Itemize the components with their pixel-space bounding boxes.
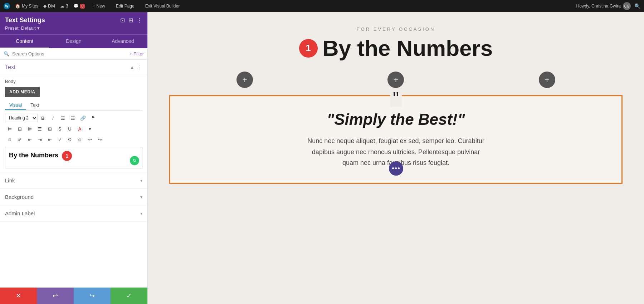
align-justify-button[interactable]: ☰: [35, 124, 44, 133]
tab-advanced[interactable]: Advanced: [98, 35, 147, 48]
comments-menu[interactable]: ☁ 3: [60, 4, 68, 9]
add-column-1-button[interactable]: +: [236, 72, 253, 88]
align-left-button[interactable]: ⊨: [5, 124, 14, 133]
redo-toolbar-button[interactable]: ↪: [95, 135, 104, 144]
section-label: FOR EVERY OCCASION: [155, 26, 637, 32]
sync-icon: ↻: [130, 156, 139, 165]
divi-icon: ◆: [43, 4, 47, 9]
blockquote-button[interactable]: ❝: [88, 113, 98, 123]
admin-label-section: Admin Label ▾: [0, 205, 147, 222]
superscript-button[interactable]: x²: [15, 135, 24, 144]
filter-button[interactable]: + Filter: [130, 51, 144, 57]
italic-button[interactable]: I: [48, 113, 58, 123]
save-button[interactable]: ✓: [111, 288, 147, 304]
my-sites-menu[interactable]: 🏠 My Sites: [15, 4, 38, 9]
collapse-icon[interactable]: ▲: [130, 64, 135, 70]
underline-button[interactable]: U: [65, 124, 74, 133]
visual-tab[interactable]: Visual: [5, 100, 26, 110]
background-section-header[interactable]: Background ▾: [0, 189, 147, 205]
search-icon: 🔍: [4, 51, 9, 57]
special-char-icon[interactable]: ⊡: [5, 135, 14, 144]
divi-menu[interactable]: ◆ Divi: [43, 4, 55, 9]
bottom-actions: ✕ ↩ ↪ ✓: [0, 288, 147, 304]
cancel-button[interactable]: ✕: [0, 288, 37, 304]
fullscreen-button[interactable]: ⤢: [55, 135, 64, 144]
outdent2-button[interactable]: ⇤: [45, 135, 54, 144]
page-wrapper: FOR EVERY OCCASION 1 By the Numbers + + …: [148, 12, 644, 198]
dot-3: [398, 167, 400, 169]
search-bar: 🔍 + Filter: [0, 48, 147, 60]
page-heading: 1 By the Numbers: [155, 35, 637, 61]
section-more-icon[interactable]: ⋮: [137, 64, 142, 70]
toolbar-row-1: Heading 2 Paragraph Heading 1 Heading 3 …: [5, 113, 142, 123]
expand-icon[interactable]: ⊞: [128, 17, 133, 24]
panel-preset[interactable]: Preset: Default: [5, 25, 142, 31]
align-center-button[interactable]: ⊟: [15, 124, 24, 133]
undo-toolbar-button[interactable]: ↩: [85, 135, 94, 144]
table-button[interactable]: ⊞: [45, 124, 54, 133]
link-button[interactable]: 🔗: [78, 113, 88, 123]
tab-design[interactable]: Design: [49, 35, 98, 48]
text-color-button[interactable]: A: [75, 124, 84, 133]
comment-count[interactable]: 💬 0: [73, 4, 85, 9]
add-media-button[interactable]: ADD MEDIA: [5, 87, 40, 97]
tab-content[interactable]: Content: [0, 35, 49, 48]
background-arrow: ▾: [140, 195, 142, 200]
editor-content[interactable]: By the Numbers 1 ↻: [5, 147, 142, 168]
cloud-icon: ☁: [60, 4, 64, 9]
edit-page-button[interactable]: Edit Page: [113, 3, 137, 9]
dot-2: [395, 167, 397, 169]
quote-text: "Simply the Best!": [192, 111, 600, 128]
quote-box: " "Simply the Best!" Nunc nec neque aliq…: [169, 95, 623, 184]
heading-select[interactable]: Heading 2 Paragraph Heading 1 Heading 3: [5, 114, 38, 122]
content-area: FOR EVERY OCCASION 1 By the Numbers + + …: [148, 12, 644, 304]
more-options-float-button[interactable]: [389, 161, 403, 176]
admin-label-section-header[interactable]: Admin Label ▾: [0, 205, 147, 221]
undo-button[interactable]: ↩: [37, 288, 74, 304]
bold-button[interactable]: B: [38, 113, 48, 123]
align-right-button[interactable]: ⊫: [25, 124, 34, 133]
heading-badge: 1: [299, 39, 318, 58]
add-column-2-button[interactable]: +: [387, 72, 404, 88]
link-section-header[interactable]: Link ▾: [0, 172, 147, 188]
left-panel: Text Settings ⊡ ⊞ ⋮ Preset: Default Cont…: [0, 12, 148, 304]
numbered-list-button[interactable]: ☷: [68, 113, 78, 123]
wp-logo[interactable]: W: [4, 3, 10, 9]
wp-icon: W: [4, 3, 10, 9]
more-options-icon[interactable]: ⋮: [137, 17, 142, 24]
editor-tabs: Visual Text: [5, 100, 142, 111]
text-section-header[interactable]: Text ▲ ⋮: [0, 60, 147, 75]
redo-button[interactable]: ↪: [74, 288, 111, 304]
outdent-button[interactable]: ⇤: [25, 135, 34, 144]
indent-button[interactable]: ⇥: [35, 135, 44, 144]
search-input[interactable]: [12, 51, 127, 57]
admin-bar-right: Howdy, Christina Gwira CG 🔍: [576, 2, 640, 10]
body-label: Body: [5, 79, 142, 84]
panel-title: Text Settings: [5, 16, 45, 24]
toolbar: Heading 2 Paragraph Heading 1 Heading 3 …: [5, 113, 142, 144]
emoji-button[interactable]: ☺: [75, 135, 84, 144]
strikethrough-button[interactable]: S: [55, 124, 64, 133]
background-section: Background ▾: [0, 189, 147, 205]
user-greeting[interactable]: Howdy, Christina Gwira CG: [576, 2, 631, 10]
panel-header-icons: ⊡ ⊞ ⋮: [120, 17, 142, 24]
section-icons: ▲ ⋮: [130, 64, 142, 70]
add-column-3-button[interactable]: +: [539, 72, 555, 88]
minimize-icon[interactable]: ⊡: [120, 17, 125, 24]
quote-mark: ": [390, 90, 402, 107]
dot-1: [392, 167, 394, 169]
bullet-list-button[interactable]: ☰: [58, 113, 68, 123]
panel-header-top: Text Settings ⊡ ⊞ ⋮: [5, 16, 142, 24]
admin-label-arrow: ▾: [140, 211, 142, 216]
omega-button[interactable]: Ω: [65, 135, 74, 144]
new-button[interactable]: + New: [90, 3, 108, 9]
home-icon: 🏠: [15, 4, 20, 9]
admin-search-icon[interactable]: 🔍: [634, 3, 640, 9]
editor-text: By the Numbers: [9, 152, 58, 159]
link-arrow: ▾: [140, 178, 142, 183]
text-section-title: Text: [5, 64, 15, 70]
columns-row: + + +: [169, 72, 623, 88]
text-tab[interactable]: Text: [26, 100, 43, 110]
color-picker-arrow[interactable]: ▾: [85, 124, 94, 133]
exit-builder-button[interactable]: Exit Visual Builder: [142, 3, 183, 9]
